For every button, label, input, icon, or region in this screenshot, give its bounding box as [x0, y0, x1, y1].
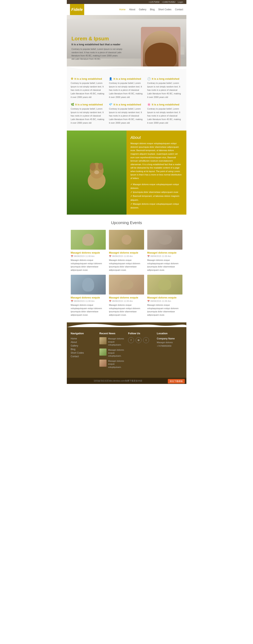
- footer-news-img-3: [99, 360, 107, 367]
- about-list-item-4: Masagni dolores eoque voluptaquisquam es…: [130, 202, 182, 210]
- event-date-1: 📅 08/08/2015 11:00 Am: [71, 255, 106, 257]
- feature-2: 👤 It is a long established Contrary to p…: [109, 77, 144, 99]
- nav-contact[interactable]: Contact: [175, 8, 183, 11]
- feature-1-desc: Contrary to popular belief, Lorem Ipsum …: [71, 82, 106, 99]
- event-desc-5: Masagni dolores eoque voluptaquisquam es…: [109, 304, 144, 316]
- footer-news-item-3: Masagni dolores eoquie voluptquisam.: [99, 360, 125, 369]
- facebook-button[interactable]: f: [128, 337, 134, 343]
- event-image-2: [109, 230, 144, 250]
- feature-3-desc: Contrary to popular belief, Lorem Ipsum …: [147, 82, 182, 99]
- download-template-button[interactable]: 前往下载模板: [168, 379, 185, 384]
- person-icon: 👤: [109, 77, 112, 80]
- event-img-placeholder-5: [109, 275, 144, 294]
- footer-nav-blog[interactable]: Blog: [71, 348, 96, 351]
- calendar-icon-6: 📅: [147, 300, 150, 302]
- event-img-placeholder-6: [147, 275, 182, 294]
- svg-point-3: [98, 163, 103, 170]
- nav-gallery[interactable]: Gallery: [139, 8, 146, 11]
- footer-address: Masagni dolores +74788955959: [157, 341, 182, 348]
- footer-news-img-1: [99, 337, 107, 344]
- events-section: Upcoming Events Masagni dolores eoquie 📅…: [67, 214, 186, 322]
- hero-title-start: Lorem: [71, 36, 87, 42]
- footer-news-item-2: Masagni dolores eoquie voluptquisam.: [99, 348, 125, 358]
- login-link[interactable]: Login: [178, 1, 183, 3]
- event-card-title-6[interactable]: Masagni dolores eoquie: [147, 296, 182, 299]
- logo-text: Fidele: [71, 7, 83, 12]
- dog-shape-3: [158, 235, 172, 245]
- about-image: [67, 130, 127, 214]
- feature-1: ⚙ It is a long established Contrary to p…: [71, 77, 106, 99]
- footer-location-title: Location: [157, 332, 182, 335]
- event-desc-6: Masagni dolores eoque voluptaquisquam es…: [147, 304, 182, 316]
- event-card-title-2[interactable]: Masagni dolores eoquie: [109, 251, 144, 254]
- footer-news-item-1: Masagni dolores eoquie voluptquisam.: [99, 337, 125, 346]
- about-dog-svg: [85, 155, 108, 190]
- feature-4-title: 🌿 It is a long established: [71, 103, 106, 106]
- about-list: Masagni dolores eoque voluptaquisquam es…: [130, 182, 182, 210]
- event-desc-3: Masagni dolores eoque voluptaquisquam es…: [147, 258, 182, 272]
- nav-home[interactable]: Home: [119, 8, 126, 11]
- dog-shape-5: [120, 280, 133, 290]
- about-title: About: [130, 135, 182, 140]
- calendar-icon-5: 📅: [109, 300, 111, 302]
- nav-about[interactable]: About: [129, 8, 135, 11]
- footer-nav-shortcodes[interactable]: Short Codes: [71, 352, 96, 354]
- event-image-6: [147, 275, 182, 294]
- logo-box: Fidele: [70, 4, 84, 15]
- event-date-5: 📅 08/08/2015 11:00 Am: [109, 300, 144, 302]
- calendar-icon-4: 📅: [71, 300, 73, 302]
- nav-blog[interactable]: Blog: [150, 8, 155, 11]
- footer-grid: Navigation Home About Gallery Blog Short…: [71, 332, 182, 371]
- event-date-3: 📅 08/08/2015 11:00 Am: [147, 255, 182, 257]
- hero-title-end: Ipsum: [94, 36, 109, 42]
- svg-point-4: [94, 170, 99, 174]
- calendar-icon-3: 📅: [147, 255, 150, 257]
- footer-nav-contact[interactable]: Contact: [71, 355, 96, 358]
- event-card-6: Masagni dolores eoquie 📅 08/08/2015 11:0…: [147, 275, 182, 316]
- event-date-4: 📅 08/08/2015 11:00 Am: [71, 300, 106, 302]
- footer-nav-gallery[interactable]: Gallery: [71, 344, 96, 347]
- hero-title-amp: &: [89, 36, 94, 42]
- footer-nav-col: Navigation Home About Gallery Blog Short…: [71, 332, 96, 371]
- main-nav: Home About Gallery Blog Short Codes Cont…: [119, 8, 183, 11]
- event-card-title-3[interactable]: Masagni dolores eoquie: [147, 251, 182, 254]
- footer-company-name: Company Name: [157, 337, 182, 340]
- feature-5-desc: Contrary to popular belief, Lorem Ipsum …: [109, 107, 144, 124]
- dog-shape-2: [122, 235, 131, 245]
- footer-location-col: Location Company Name Masagni dolores +7…: [157, 332, 182, 371]
- event-image-3: [147, 230, 182, 250]
- calendar-icon-1: 📅: [71, 255, 73, 257]
- event-card-title-1[interactable]: Masagni dolores eoquie: [71, 251, 106, 254]
- event-card-title-5[interactable]: Masagni dolores eoquie: [109, 296, 144, 299]
- feature-1-title: ⚙ It is a long established: [71, 77, 106, 80]
- dog-shape-6: [158, 279, 171, 290]
- pinterest-button[interactable]: ✿: [136, 337, 142, 343]
- about-desc: Masagni dolores eoque voluptaquisquam es…: [130, 142, 182, 180]
- features-section: ⚙ It is a long established Contrary to p…: [67, 71, 186, 130]
- footer-social-col: Follow Us f ✿ t: [128, 332, 154, 371]
- nav-shortcodes[interactable]: Short Codes: [158, 8, 171, 11]
- event-desc-1: Masagni dolores eoque voluptaquisquam es…: [71, 258, 106, 272]
- event-card-3: Masagni dolores eoquie 📅 08/08/2015 11:0…: [147, 230, 182, 272]
- about-list-item-1: Masagni dolores eoque voluptaquisquam es…: [130, 182, 182, 190]
- dog-shape-4: [82, 278, 94, 292]
- footer-news-col: Recent News Masagni dolores eoquie volup…: [99, 332, 125, 371]
- footer: Navigation Home About Gallery Blog Short…: [67, 327, 186, 378]
- footer-nav-home[interactable]: Home: [71, 337, 96, 340]
- calendar-icon-2: 📅: [109, 255, 111, 257]
- feature-6-title: 🌸 It is a long established: [147, 103, 182, 106]
- footer-news-img-2: [99, 348, 107, 356]
- dog-shape-1: [82, 234, 94, 246]
- event-img-placeholder-2: [109, 230, 144, 250]
- event-date-2: 📅 08/08/2015 11:00 Am: [109, 255, 144, 257]
- phone1: +12575858: [148, 1, 159, 3]
- feature-5: 💎 It is a long established Contrary to p…: [109, 103, 144, 124]
- feature-3: 🕐 It is a long established Contrary to p…: [147, 77, 182, 99]
- footer-bottom-text: 访问血马红社区bbs.deniioo.com免费下载更多内容: [94, 380, 142, 382]
- event-desc-2: Masagni dolores eoque voluptaquisquam es…: [109, 258, 144, 272]
- feature-2-title: 👤 It is a long established: [109, 77, 144, 80]
- about-image-inner: [67, 130, 127, 214]
- footer-nav-about[interactable]: About: [71, 341, 96, 344]
- event-card-title-4[interactable]: Masagni dolores eoquie: [71, 296, 106, 299]
- twitter-button[interactable]: t: [143, 337, 149, 343]
